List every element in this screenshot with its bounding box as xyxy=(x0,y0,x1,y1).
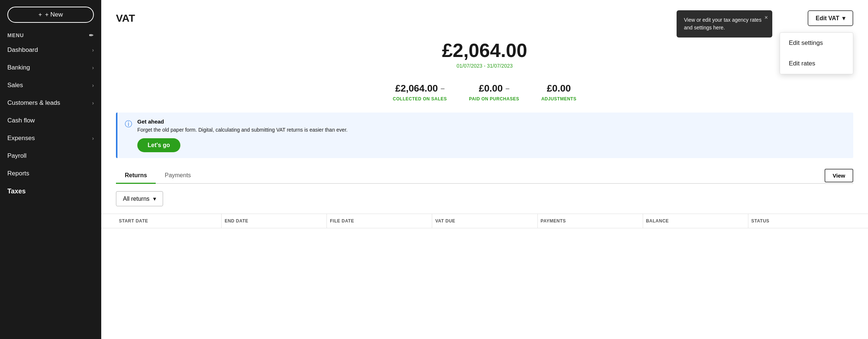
vat-total-amount: £2,064.00 xyxy=(116,39,853,61)
sidebar-item-label: Expenses xyxy=(7,135,35,142)
vat-adjustments: £0.00 ADJUSTMENTS xyxy=(541,83,576,101)
main-content: VAT × View or edit your tax agency rates… xyxy=(101,0,868,339)
col-file-date: FILE DATE xyxy=(327,214,432,228)
chevron-right-icon: › xyxy=(92,135,94,141)
menu-header: MENU ✏ xyxy=(0,29,101,41)
info-panel-content: Get ahead Forget the old paper form. Dig… xyxy=(137,118,347,152)
sidebar-item-reports[interactable]: Reports xyxy=(0,165,101,182)
sidebar-item-banking[interactable]: Banking › xyxy=(0,59,101,76)
main-header: VAT × View or edit your tax agency rates… xyxy=(101,0,868,32)
view-button[interactable]: View xyxy=(825,169,853,182)
sidebar-item-label: Banking xyxy=(7,64,30,71)
chevron-right-icon: › xyxy=(92,100,94,106)
adjustments-amount: £0.00 xyxy=(547,83,571,94)
tab-returns[interactable]: Returns xyxy=(116,168,156,183)
sidebar-item-label: Taxes xyxy=(7,188,26,195)
col-payments: PAYMENTS xyxy=(537,214,643,228)
tooltip-text: View or edit your tax agency rates and s… xyxy=(684,17,762,31)
vat-collected-on-sales: £2,064.00 – COLLECTED ON SALES xyxy=(393,83,447,101)
col-status: STATUS xyxy=(748,214,853,228)
paid-purchases-amount: £0.00 xyxy=(479,83,503,94)
sidebar: + + New MENU ✏ Dashboard › Banking › Sal… xyxy=(0,0,101,339)
sidebar-item-dashboard[interactable]: Dashboard › xyxy=(0,41,101,59)
lets-go-button[interactable]: Let's go xyxy=(137,138,180,152)
info-panel: ⓘ Get ahead Forget the old paper form. D… xyxy=(116,113,853,158)
sidebar-item-customers[interactable]: Customers & leads › xyxy=(0,94,101,112)
paid-dash-icon: – xyxy=(506,85,509,92)
info-panel-body: Forget the old paper form. Digital, calc… xyxy=(137,126,347,134)
sidebar-item-label: Dashboard xyxy=(7,46,38,54)
edit-vat-container: × View or edit your tax agency rates and… xyxy=(808,10,853,26)
col-end-date: END DATE xyxy=(221,214,327,228)
col-start-date: START DATE xyxy=(116,214,221,228)
all-returns-dropdown[interactable]: All returns ▾ xyxy=(116,191,163,206)
vat-summary: £2,064.00 01/07/2023 - 31/07/2023 xyxy=(101,32,868,72)
menu-label: MENU xyxy=(7,32,24,38)
sidebar-item-label: Reports xyxy=(7,170,29,177)
sidebar-item-taxes[interactable]: Taxes xyxy=(0,182,101,200)
chevron-right-icon: › xyxy=(92,82,94,88)
edit-vat-label: Edit VAT xyxy=(816,15,839,22)
edit-vat-button[interactable]: Edit VAT ▾ xyxy=(808,10,853,26)
collected-sales-amount: £2,064.00 xyxy=(395,83,438,94)
sidebar-item-sales[interactable]: Sales › xyxy=(0,76,101,94)
collected-sales-label: COLLECTED ON SALES xyxy=(393,96,447,101)
filter-row: All returns ▾ xyxy=(101,184,868,214)
chevron-right-icon: › xyxy=(92,65,94,71)
sidebar-item-payroll[interactable]: Payroll xyxy=(0,147,101,165)
chevron-right-icon: › xyxy=(92,47,94,53)
all-returns-label: All returns xyxy=(123,196,149,202)
close-icon[interactable]: × xyxy=(765,13,768,22)
vat-date-range: 01/07/2023 - 31/07/2023 xyxy=(116,63,853,69)
plus-icon: + xyxy=(38,11,42,18)
table-headers: START DATE END DATE FILE DATE VAT DUE PA… xyxy=(101,214,868,228)
tabs-row: Returns Payments View xyxy=(116,168,853,184)
collected-dash-icon: – xyxy=(441,85,444,92)
page-title: VAT xyxy=(116,13,135,24)
info-icon: ⓘ xyxy=(125,119,132,129)
adjustments-label: ADJUSTMENTS xyxy=(541,96,576,101)
sidebar-item-cashflow[interactable]: Cash flow xyxy=(0,112,101,129)
dropdown-item-edit-settings[interactable]: Edit settings xyxy=(780,33,853,53)
edit-menu-icon[interactable]: ✏ xyxy=(89,32,94,38)
sidebar-item-label: Customers & leads xyxy=(7,99,60,107)
chevron-down-icon: ▾ xyxy=(842,15,845,22)
new-button-label: + New xyxy=(45,11,63,18)
col-balance: BALANCE xyxy=(643,214,748,228)
sidebar-item-label: Sales xyxy=(7,82,23,89)
tooltip-box: × View or edit your tax agency rates and… xyxy=(677,10,772,38)
sidebar-item-label: Cash flow xyxy=(7,117,35,124)
sidebar-item-label: Payroll xyxy=(7,152,27,160)
chevron-down-icon: ▾ xyxy=(153,195,156,202)
tabs-left: Returns Payments xyxy=(116,168,200,183)
info-panel-title: Get ahead xyxy=(137,118,347,125)
tabs-section: Returns Payments View xyxy=(101,168,868,184)
edit-vat-dropdown: Edit settings Edit rates xyxy=(780,32,853,74)
sidebar-item-expenses[interactable]: Expenses › xyxy=(0,129,101,147)
paid-purchases-label: PAID ON PURCHASES xyxy=(469,96,519,101)
vat-paid-on-purchases: £0.00 – PAID ON PURCHASES xyxy=(469,83,519,101)
dropdown-item-edit-rates[interactable]: Edit rates xyxy=(780,53,853,74)
tab-payments[interactable]: Payments xyxy=(156,168,200,183)
new-button[interactable]: + + New xyxy=(7,7,94,23)
col-vat-due: VAT DUE xyxy=(432,214,537,228)
vat-breakdown: £2,064.00 – COLLECTED ON SALES £0.00 – P… xyxy=(101,75,868,109)
